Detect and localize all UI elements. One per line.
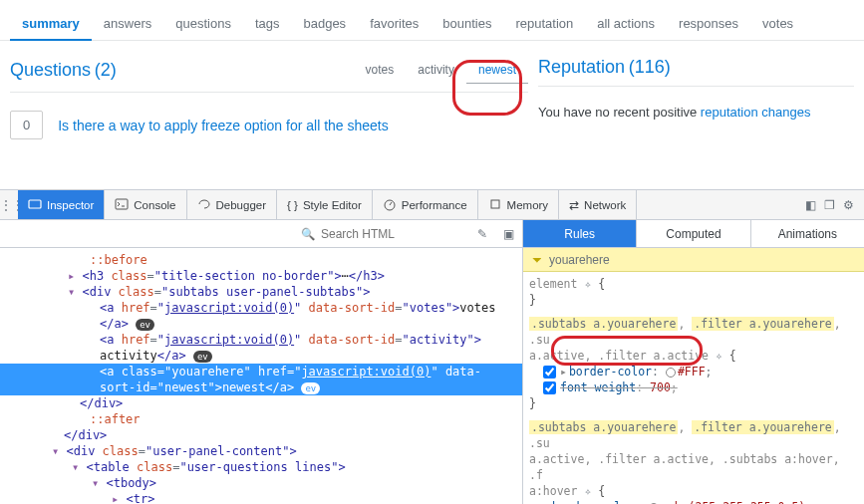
rep-note-link[interactable]: reputation changes <box>701 105 811 120</box>
svg-rect-3 <box>491 200 499 208</box>
tool-inspector[interactable]: Inspector <box>18 190 105 219</box>
inspector-icon <box>28 197 42 213</box>
tool-inspector-label: Inspector <box>47 199 94 211</box>
event-badge[interactable]: ev <box>193 351 212 363</box>
event-badge[interactable]: ev <box>136 319 154 331</box>
question-row: 0 Is there a way to apply freeze option … <box>10 111 528 139</box>
tool-styleeditor-label: Style Editor <box>303 199 362 211</box>
markup-panel: 🔍 ✎ ▣ ::before ▸ <h3 class="title-sectio… <box>0 220 523 504</box>
question-score: 0 <box>10 111 43 139</box>
styleeditor-icon: { } <box>287 199 298 211</box>
nav-tags[interactable]: tags <box>243 8 292 40</box>
reputation-header: Reputation (116) <box>538 57 854 87</box>
search-html-input[interactable] <box>321 227 450 241</box>
rules-filter-bar: ⏷ youarehere <box>523 248 864 272</box>
performance-icon <box>383 197 397 213</box>
prop-toggle[interactable] <box>543 366 556 378</box>
devtools-toolbar: ⋮⋮ Inspector Console Debugger { } Style … <box>0 190 864 220</box>
devtools-grip-icon[interactable]: ⋮⋮ <box>0 198 18 212</box>
console-icon <box>115 197 129 213</box>
question-link[interactable]: Is there a way to apply freeze option fo… <box>58 118 389 133</box>
tool-console[interactable]: Console <box>105 190 186 219</box>
reputation-count: (116) <box>629 57 671 77</box>
markup-search: 🔍 <box>295 227 469 241</box>
nav-bounties[interactable]: bounties <box>431 8 503 40</box>
memory-icon <box>488 197 502 213</box>
inline-icon: ✧ <box>584 277 591 291</box>
dock-window-icon[interactable]: ❐ <box>824 198 835 212</box>
nav-questions[interactable]: questions <box>163 8 243 40</box>
tool-network-label: Network <box>584 199 626 211</box>
nav-responses[interactable]: responses <box>667 8 750 40</box>
network-icon: ⇄ <box>569 198 579 212</box>
profile-top-nav: summary answers questions tags badges fa… <box>0 0 864 41</box>
nav-answers[interactable]: answers <box>92 8 163 40</box>
filter-value[interactable]: youarehere <box>549 253 610 267</box>
tool-styleeditor[interactable]: { } Style Editor <box>277 190 373 219</box>
prop-toggle[interactable] <box>543 381 556 394</box>
questions-count: (2) <box>95 60 117 80</box>
rules-panel: Rules Computed Animations ⏷ youarehere e… <box>523 220 864 504</box>
nav-votes[interactable]: votes <box>750 8 805 40</box>
tool-memory-label: Memory <box>507 199 549 211</box>
reputation-note: You have no recent positive reputation c… <box>538 105 854 120</box>
rules-tabs: Rules Computed Animations <box>523 220 864 248</box>
debugger-icon <box>197 197 211 213</box>
inline-icon: ✧ <box>584 484 591 498</box>
html-tree[interactable]: ::before ▸ <h3 class="title-section no-b… <box>0 248 522 504</box>
tool-network[interactable]: ⇄ Network <box>559 190 637 219</box>
tab-rules[interactable]: Rules <box>523 220 637 247</box>
rules-list[interactable]: element ✧ { } .subtabs a.youarehere, .fi… <box>523 272 864 504</box>
tab-animations[interactable]: Animations <box>751 220 864 247</box>
svg-rect-1 <box>116 199 128 209</box>
settings-icon[interactable]: ⚙ <box>843 198 854 212</box>
tool-performance[interactable]: Performance <box>373 190 478 219</box>
dock-side-icon[interactable]: ◧ <box>805 198 816 212</box>
page-columns: Questions (2) votes activity newest 0 Is… <box>0 41 864 149</box>
tool-memory[interactable]: Memory <box>478 190 560 219</box>
reputation-section: Reputation (116) You have no recent posi… <box>538 41 864 149</box>
inline-icon: ✧ <box>716 349 722 363</box>
tool-console-label: Console <box>134 199 175 211</box>
warning-icon: ⚠ <box>819 500 826 504</box>
event-badge[interactable]: ev <box>301 382 320 394</box>
markup-search-row: 🔍 ✎ ▣ <box>0 220 522 248</box>
rep-note-text: You have no recent positive <box>538 105 701 120</box>
filter-icon: ⏷ <box>531 253 543 267</box>
tool-performance-label: Performance <box>402 199 467 211</box>
reputation-title: Reputation <box>538 57 625 77</box>
subtab-newest[interactable]: newest <box>466 57 528 84</box>
questions-section: Questions (2) votes activity newest 0 Is… <box>0 41 538 149</box>
nav-favorites[interactable]: favorites <box>358 8 431 40</box>
tool-debugger-label: Debugger <box>216 199 267 211</box>
questions-title: Questions <box>10 60 91 80</box>
nav-summary[interactable]: summary <box>10 8 92 41</box>
nav-reputation[interactable]: reputation <box>503 8 585 40</box>
tool-debugger[interactable]: Debugger <box>187 190 278 219</box>
nav-allactions[interactable]: all actions <box>585 8 667 40</box>
search-icon: 🔍 <box>301 227 315 241</box>
devtools-right-icons: ◧ ❐ ⚙ <box>795 198 864 212</box>
subtab-votes[interactable]: votes <box>354 57 407 84</box>
nav-badges[interactable]: badges <box>291 8 358 40</box>
edit-html-icon[interactable]: ✎ <box>469 227 495 241</box>
expand-panel-icon[interactable]: ▣ <box>495 227 522 241</box>
questions-header: Questions (2) votes activity newest <box>10 57 528 93</box>
devtools-panel: ⋮⋮ Inspector Console Debugger { } Style … <box>0 189 864 504</box>
svg-rect-0 <box>29 200 41 208</box>
subtab-activity[interactable]: activity <box>406 57 466 84</box>
tab-computed[interactable]: Computed <box>637 220 750 247</box>
questions-subtabs: votes activity newest <box>354 57 528 84</box>
